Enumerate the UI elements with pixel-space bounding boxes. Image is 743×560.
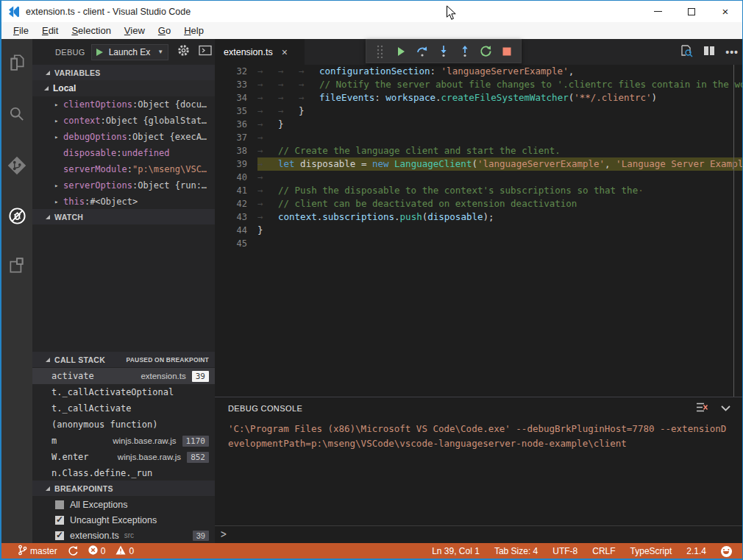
breakpoint-row[interactable]: Uncaught Exceptions [32, 512, 215, 528]
close-button[interactable]: × [708, 1, 742, 22]
extensions-icon[interactable] [1, 248, 32, 283]
call-stack-section-header[interactable]: CALL STACK PAUSED ON BREAKPOINT [32, 352, 215, 367]
status-git-branch[interactable]: master [18, 545, 57, 558]
status-item[interactable]: UTF-8 [552, 546, 577, 556]
line-number[interactable]: 33 [215, 78, 257, 91]
variable-row[interactable]: ▸debugOptions: Object {execA… [32, 129, 215, 145]
maximize-button[interactable] [675, 1, 708, 22]
menu-file[interactable]: File [7, 24, 35, 38]
more-actions-icon[interactable]: ••• [725, 46, 739, 58]
code-line-33[interactable]: 33→→→// Notify the server about file cha… [215, 78, 743, 91]
menu-go[interactable]: Go [152, 24, 177, 38]
stack-frame-row[interactable]: n.Class.define._run [32, 465, 215, 481]
line-number[interactable]: 43 [215, 210, 257, 224]
code-line-45[interactable]: 45 [215, 237, 743, 250]
source-control-icon[interactable] [1, 148, 32, 183]
code-line-42[interactable]: 42→// client can be deactivated on exten… [215, 197, 743, 210]
launch-config-dropdown[interactable]: Launch Ex [109, 47, 151, 57]
menu-edit[interactable]: Edit [35, 24, 65, 38]
step-into-icon[interactable] [435, 43, 452, 60]
stack-frame-row[interactable]: mwinjs.base.raw.js1170 [32, 433, 215, 449]
breakpoint-row[interactable]: All Exceptions [32, 497, 215, 512]
variable-row[interactable]: ▸clientOptions: Object {docu… [32, 96, 215, 113]
code-line-40[interactable]: 40→ [215, 171, 743, 184]
code-line-38[interactable]: 38→// Create the language client and sta… [215, 144, 743, 157]
stack-frame-row[interactable]: (anonymous function) [32, 417, 215, 433]
line-number[interactable]: 38 [215, 144, 257, 157]
status-item[interactable]: Ln 39, Col 1 [432, 546, 480, 556]
menu-selection[interactable]: Selection [65, 24, 117, 38]
restart-icon[interactable] [477, 43, 495, 60]
breakpoint-row[interactable]: extension.tssrc39 [32, 528, 215, 543]
variable-row[interactable]: ▸this: #<Object> [32, 194, 215, 210]
debug-console-input[interactable]: > [215, 525, 743, 542]
stop-icon[interactable] [498, 43, 516, 60]
minimize-button[interactable] [641, 1, 675, 22]
open-preview-icon[interactable] [680, 44, 693, 60]
watch-section-header[interactable]: WATCH [32, 209, 215, 224]
split-editor-icon[interactable] [703, 45, 715, 60]
tab-close-icon[interactable]: × [282, 46, 288, 58]
step-out-icon[interactable] [456, 43, 474, 60]
status-item[interactable]: TypeScript [630, 546, 672, 556]
stack-frame-row[interactable]: t._callActivate [32, 400, 215, 417]
menu-view[interactable]: View [118, 24, 152, 38]
toolbar-drag-grip[interactable] [371, 43, 388, 60]
line-number[interactable]: 35 [215, 104, 257, 118]
breakpoint-checkbox[interactable] [55, 516, 64, 525]
code-line-35[interactable]: 35→→} [215, 104, 743, 118]
status-warnings[interactable]: 0 [115, 545, 134, 557]
start-debug-icon[interactable] [96, 49, 103, 56]
line-number[interactable]: 37 [215, 131, 257, 144]
editor-scrollbar[interactable] [733, 65, 734, 397]
stack-frame-row[interactable]: t._callActivateOptional [32, 384, 215, 400]
tab-extension-ts[interactable]: extension.ts × [215, 39, 305, 65]
line-number[interactable]: 34 [215, 91, 257, 104]
panel-chevron-down-icon[interactable] [720, 402, 731, 415]
stack-frame-row[interactable]: activateextension.ts39 [32, 368, 215, 384]
line-number[interactable]: 41 [215, 184, 257, 197]
step-over-icon[interactable] [413, 43, 431, 60]
code-line-39[interactable]: 39→let disposable = new LanguageClient('… [215, 157, 743, 171]
code-line-34[interactable]: 34→→→fileEvents: workspace.createFileSys… [215, 91, 743, 104]
variable-row[interactable]: disposable: undefined [32, 145, 215, 161]
search-icon[interactable] [1, 96, 32, 132]
feedback-smiley[interactable] [721, 546, 732, 557]
line-number[interactable]: 44 [215, 224, 257, 237]
code-line-36[interactable]: 36→} [215, 118, 743, 131]
explorer-icon[interactable] [1, 45, 32, 80]
code-editor[interactable]: 32→→→configurationSection: 'languageServ… [215, 65, 743, 397]
line-number[interactable]: 40 [215, 171, 257, 184]
line-number[interactable]: 42 [215, 197, 257, 210]
configure-gear-icon[interactable] [177, 44, 190, 60]
line-number[interactable]: 36 [215, 118, 257, 131]
code-line-37[interactable]: 37→ [215, 131, 743, 144]
code-line-43[interactable]: 43→context.subscriptions.push(disposable… [215, 210, 743, 224]
code-line-41[interactable]: 41→// Push the disposable to the context… [215, 184, 743, 197]
variable-row[interactable]: serverModule: "p:\mseng\VSC… [32, 161, 215, 177]
status-errors[interactable]: 0 [88, 545, 106, 557]
variables-section-header[interactable]: VARIABLES [32, 65, 215, 80]
continue-icon[interactable] [392, 43, 410, 60]
scope-local[interactable]: Local [32, 80, 215, 96]
line-number[interactable]: 45 [215, 237, 257, 250]
status-item[interactable]: CRLF [592, 546, 615, 556]
code-line-32[interactable]: 32→→→configurationSection: 'languageServ… [215, 65, 743, 78]
chevron-down-icon[interactable]: ▼ [157, 49, 163, 55]
breakpoint-checkbox[interactable] [55, 500, 64, 509]
line-number[interactable]: 32 [215, 65, 257, 78]
breakpoints-section-header[interactable]: BREAKPOINTS [32, 481, 215, 496]
breakpoint-checkbox[interactable] [55, 531, 64, 540]
variable-row[interactable]: ▸context: Object {globalStat… [32, 113, 215, 129]
status-sync[interactable] [68, 545, 78, 558]
open-debug-console-icon[interactable] [199, 45, 212, 59]
code-line-44[interactable]: 44} [215, 224, 743, 237]
debug-icon[interactable] [1, 198, 32, 233]
line-number[interactable]: 39 [215, 157, 257, 171]
status-item[interactable]: 2.1.4 [686, 546, 706, 556]
stack-frame-row[interactable]: W.enterwinjs.base.raw.js852 [32, 449, 215, 465]
clear-console-icon[interactable] [696, 402, 708, 416]
menu-help[interactable]: Help [177, 24, 210, 38]
status-item[interactable]: Tab Size: 4 [494, 546, 538, 556]
variable-row[interactable]: ▸serverOptions: Object {run:… [32, 177, 215, 194]
